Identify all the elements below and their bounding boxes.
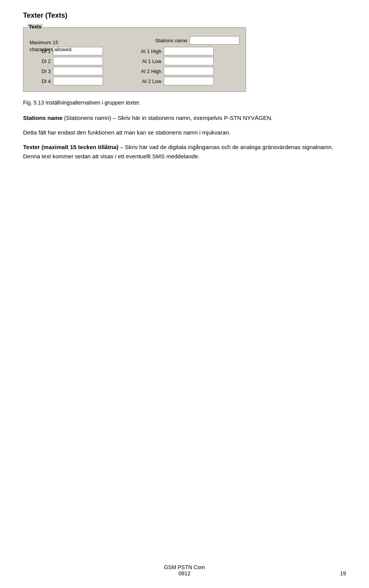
footer-text: GSM PSTN Com0812 [164,564,205,576]
paragraph-3: Texter (maximalt 15 tecken tillåtna) – S… [23,143,346,161]
di2-input[interactable] [53,57,103,65]
fig-caption: Fig. 5.13 Inställningsalternativen i gru… [23,100,346,106]
di3-input[interactable] [53,67,103,75]
page-title: Texter (Texts) [23,12,346,20]
ai1high-label: AI 1 High [135,48,161,54]
ai2low-input[interactable] [164,77,214,85]
ai1low-row: AI 1 Low [135,57,239,65]
texts-box: Texts Maximum 15characters allowed. Stat… [23,27,246,92]
paragraph-2: Detta fält har endast den funktionen att… [23,128,346,137]
di4-row: DI 4 [30,77,135,85]
ai1low-label: AI 1 Low [135,58,161,64]
ai1low-input[interactable] [164,57,214,65]
ai1high-input[interactable] [164,47,214,55]
di2-row: DI 2 [30,57,135,65]
page-number: 19 [340,570,346,576]
di4-label: DI 4 [30,78,51,84]
texts-box-legend: Texts [27,24,43,30]
ai2high-row: AI 2 High [135,67,239,75]
stations-name-input[interactable] [189,36,239,45]
ai2high-input[interactable] [164,67,214,75]
ai-column: AI 1 High AI 1 Low AI 2 High AI 2 Low [135,47,239,85]
stations-name-label: Stations name [155,38,187,43]
di3-row: DI 3 [30,67,135,75]
ai2low-label: AI 2 Low [135,78,161,84]
max-chars-note: Maximum 15characters allowed. [30,39,73,53]
footer: GSM PSTN Com0812 [0,564,369,576]
di4-input[interactable] [53,77,103,85]
ai2low-row: AI 2 Low [135,77,239,85]
ai2high-label: AI 2 High [135,68,161,74]
di3-label: DI 3 [30,68,51,74]
paragraph-1: Stations name (Stationens namn) – Skriv … [23,113,346,123]
ai1high-row: AI 1 High [135,47,239,55]
di2-label: DI 2 [30,58,51,64]
